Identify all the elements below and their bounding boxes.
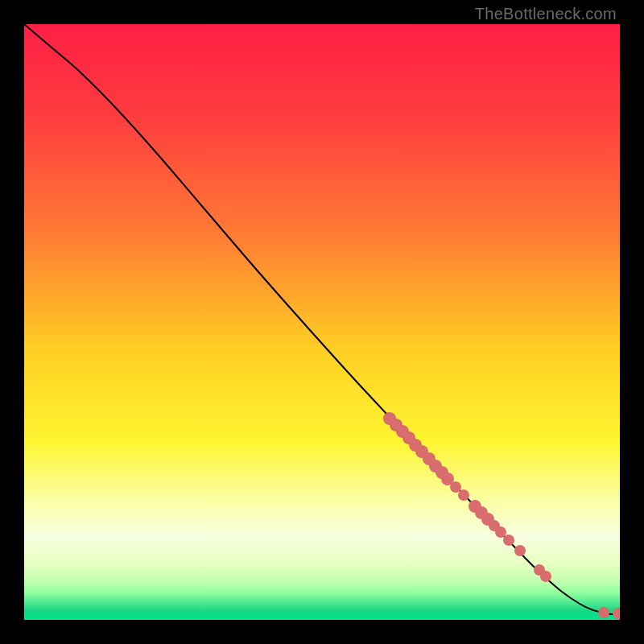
chart-stage: TheBottleneck.com: [0, 0, 644, 644]
data-marker: [540, 571, 551, 582]
data-marker: [613, 608, 620, 619]
data-marker: [598, 607, 609, 618]
data-marker: [450, 481, 461, 493]
data-marker: [514, 545, 526, 556]
plot-area: [24, 24, 620, 620]
main-curve: [24, 24, 620, 614]
markers-group: [383, 412, 620, 619]
data-marker: [495, 526, 506, 538]
curve-layer: [24, 24, 620, 620]
data-marker: [458, 489, 469, 501]
data-marker: [503, 535, 514, 546]
watermark-text: TheBottleneck.com: [475, 5, 617, 23]
